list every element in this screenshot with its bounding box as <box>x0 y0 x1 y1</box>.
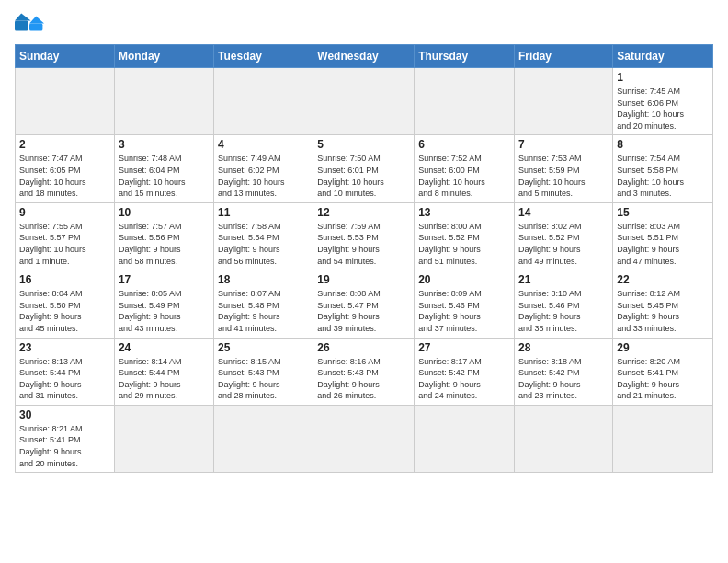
day-info: Sunrise: 8:10 AM Sunset: 5:46 PM Dayligh… <box>518 288 609 334</box>
day-info: Sunrise: 8:03 AM Sunset: 5:51 PM Dayligh… <box>617 221 709 267</box>
calendar-day-cell: 25Sunrise: 8:15 AM Sunset: 5:43 PM Dayli… <box>214 338 313 405</box>
calendar-day-cell <box>415 68 515 135</box>
day-info: Sunrise: 7:53 AM Sunset: 5:59 PM Dayligh… <box>518 153 609 199</box>
svg-rect-2 <box>29 24 42 31</box>
day-info: Sunrise: 7:59 AM Sunset: 5:53 PM Dayligh… <box>317 221 410 267</box>
svg-marker-1 <box>15 13 31 20</box>
day-number: 7 <box>518 138 609 151</box>
calendar-body: 1Sunrise: 7:45 AM Sunset: 6:06 PM Daylig… <box>16 68 713 473</box>
calendar-day-cell: 9Sunrise: 7:55 AM Sunset: 5:57 PM Daylig… <box>16 202 115 270</box>
day-number: 11 <box>218 206 309 219</box>
day-number: 14 <box>518 206 609 219</box>
day-number: 3 <box>119 138 210 151</box>
day-number: 10 <box>119 206 210 219</box>
day-info: Sunrise: 7:45 AM Sunset: 6:06 PM Dayligh… <box>617 86 709 132</box>
day-info: Sunrise: 7:47 AM Sunset: 6:05 PM Dayligh… <box>19 153 110 199</box>
day-number: 18 <box>218 273 309 286</box>
day-info: Sunrise: 8:05 AM Sunset: 5:49 PM Dayligh… <box>119 288 210 334</box>
calendar-day-cell <box>16 68 115 135</box>
calendar-day-cell: 13Sunrise: 8:00 AM Sunset: 5:52 PM Dayli… <box>415 202 515 270</box>
day-number: 9 <box>19 206 110 219</box>
day-info: Sunrise: 8:12 AM Sunset: 5:45 PM Dayligh… <box>617 288 709 334</box>
weekday-header-tuesday: Tuesday <box>214 45 313 68</box>
day-number: 15 <box>617 206 709 219</box>
day-number: 5 <box>317 138 410 151</box>
calendar-day-cell: 4Sunrise: 7:49 AM Sunset: 6:02 PM Daylig… <box>214 135 313 202</box>
calendar-day-cell: 16Sunrise: 8:04 AM Sunset: 5:50 PM Dayli… <box>16 270 115 338</box>
day-number: 27 <box>418 341 510 354</box>
day-number: 30 <box>19 408 110 421</box>
calendar-day-cell <box>515 68 613 135</box>
calendar-week-row: 23Sunrise: 8:13 AM Sunset: 5:44 PM Dayli… <box>16 338 713 405</box>
day-info: Sunrise: 8:04 AM Sunset: 5:50 PM Dayligh… <box>19 288 110 334</box>
calendar-week-row: 16Sunrise: 8:04 AM Sunset: 5:50 PM Dayli… <box>16 270 713 338</box>
calendar-day-cell <box>415 405 515 472</box>
day-info: Sunrise: 8:18 AM Sunset: 5:42 PM Dayligh… <box>518 356 609 402</box>
calendar-week-row: 30Sunrise: 8:21 AM Sunset: 5:41 PM Dayli… <box>16 405 713 472</box>
weekday-header-saturday: Saturday <box>613 45 713 68</box>
day-number: 24 <box>119 341 210 354</box>
day-info: Sunrise: 8:15 AM Sunset: 5:43 PM Dayligh… <box>218 356 309 402</box>
calendar-day-cell <box>313 68 415 135</box>
day-info: Sunrise: 7:54 AM Sunset: 5:58 PM Dayligh… <box>617 153 709 199</box>
weekday-header-wednesday: Wednesday <box>313 45 415 68</box>
day-number: 23 <box>19 341 110 354</box>
day-number: 8 <box>617 138 709 151</box>
calendar-day-cell <box>613 405 713 472</box>
calendar-day-cell: 10Sunrise: 7:57 AM Sunset: 5:56 PM Dayli… <box>114 202 213 270</box>
weekday-header-row: SundayMondayTuesdayWednesdayThursdayFrid… <box>16 45 713 68</box>
calendar-day-cell: 15Sunrise: 8:03 AM Sunset: 5:51 PM Dayli… <box>613 202 713 270</box>
day-info: Sunrise: 8:13 AM Sunset: 5:44 PM Dayligh… <box>19 356 110 402</box>
calendar-day-cell: 24Sunrise: 8:14 AM Sunset: 5:44 PM Dayli… <box>114 338 213 405</box>
calendar-header: SundayMondayTuesdayWednesdayThursdayFrid… <box>16 45 713 68</box>
calendar-week-row: 9Sunrise: 7:55 AM Sunset: 5:57 PM Daylig… <box>16 202 713 270</box>
day-info: Sunrise: 8:07 AM Sunset: 5:48 PM Dayligh… <box>218 288 309 334</box>
calendar-day-cell: 21Sunrise: 8:10 AM Sunset: 5:46 PM Dayli… <box>515 270 613 338</box>
calendar-day-cell: 22Sunrise: 8:12 AM Sunset: 5:45 PM Dayli… <box>613 270 713 338</box>
day-number: 20 <box>418 273 510 286</box>
calendar-day-cell <box>114 68 213 135</box>
day-number: 1 <box>617 71 709 84</box>
calendar-day-cell: 5Sunrise: 7:50 AM Sunset: 6:01 PM Daylig… <box>313 135 415 202</box>
calendar-table: SundayMondayTuesdayWednesdayThursdayFrid… <box>15 44 713 473</box>
calendar-day-cell: 19Sunrise: 8:08 AM Sunset: 5:47 PM Dayli… <box>313 270 415 338</box>
day-number: 16 <box>19 273 110 286</box>
day-info: Sunrise: 8:08 AM Sunset: 5:47 PM Dayligh… <box>317 288 410 334</box>
svg-rect-0 <box>15 20 28 30</box>
day-number: 29 <box>617 341 709 354</box>
weekday-header-friday: Friday <box>515 45 613 68</box>
day-info: Sunrise: 8:02 AM Sunset: 5:52 PM Dayligh… <box>518 221 609 267</box>
day-number: 17 <box>119 273 210 286</box>
day-number: 12 <box>317 206 410 219</box>
calendar-day-cell <box>313 405 415 472</box>
calendar-day-cell <box>515 405 613 472</box>
day-number: 6 <box>418 138 510 151</box>
header-area <box>15 9 713 39</box>
day-number: 28 <box>518 341 609 354</box>
calendar-day-cell: 11Sunrise: 7:58 AM Sunset: 5:54 PM Dayli… <box>214 202 313 270</box>
day-info: Sunrise: 8:00 AM Sunset: 5:52 PM Dayligh… <box>418 221 510 267</box>
calendar-day-cell: 28Sunrise: 8:18 AM Sunset: 5:42 PM Dayli… <box>515 338 613 405</box>
calendar-day-cell: 29Sunrise: 8:20 AM Sunset: 5:41 PM Dayli… <box>613 338 713 405</box>
day-info: Sunrise: 8:21 AM Sunset: 5:41 PM Dayligh… <box>19 423 110 469</box>
calendar-day-cell <box>114 405 213 472</box>
day-info: Sunrise: 8:17 AM Sunset: 5:42 PM Dayligh… <box>418 356 510 402</box>
calendar-day-cell: 8Sunrise: 7:54 AM Sunset: 5:58 PM Daylig… <box>613 135 713 202</box>
day-number: 13 <box>418 206 510 219</box>
calendar-day-cell <box>214 405 313 472</box>
calendar-day-cell <box>214 68 313 135</box>
day-number: 25 <box>218 341 309 354</box>
weekday-header-monday: Monday <box>114 45 213 68</box>
day-info: Sunrise: 7:49 AM Sunset: 6:02 PM Dayligh… <box>218 153 309 199</box>
day-number: 21 <box>518 273 609 286</box>
day-info: Sunrise: 7:50 AM Sunset: 6:01 PM Dayligh… <box>317 153 410 199</box>
generalblue-logo-icon <box>15 13 44 39</box>
calendar-day-cell: 12Sunrise: 7:59 AM Sunset: 5:53 PM Dayli… <box>313 202 415 270</box>
calendar-day-cell: 20Sunrise: 8:09 AM Sunset: 5:46 PM Dayli… <box>415 270 515 338</box>
calendar-day-cell: 18Sunrise: 8:07 AM Sunset: 5:48 PM Dayli… <box>214 270 313 338</box>
day-number: 22 <box>617 273 709 286</box>
day-number: 4 <box>218 138 309 151</box>
day-info: Sunrise: 8:16 AM Sunset: 5:43 PM Dayligh… <box>317 356 410 402</box>
day-info: Sunrise: 7:55 AM Sunset: 5:57 PM Dayligh… <box>19 221 110 267</box>
calendar-day-cell: 14Sunrise: 8:02 AM Sunset: 5:52 PM Dayli… <box>515 202 613 270</box>
